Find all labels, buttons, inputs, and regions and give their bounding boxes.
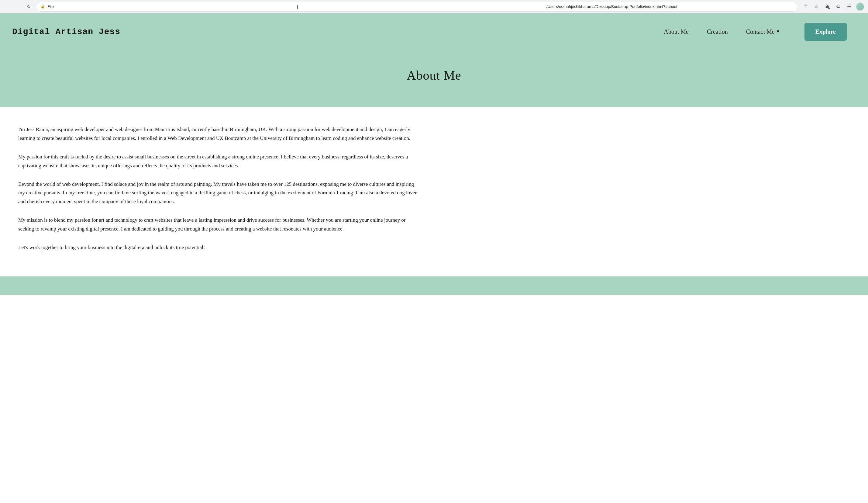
nav-item-creation[interactable]: Creation [698,28,737,35]
extensions-button[interactable]: 🔌 [823,2,831,11]
browser-chrome: ← → ↻ 🔒 File | /Users/oomahjeshikharama/… [0,0,868,13]
browser-nav-buttons: ← → ↻ [4,2,33,11]
share-button[interactable]: ⇧ [801,2,810,11]
address-url: /Users/oomahjeshikharama/Desktop/Bootstr… [546,4,794,9]
puzzle-button[interactable]: ☯ [834,2,843,11]
footer-section [0,276,868,295]
about-paragraph-5: Let's work together to bring your busine… [18,243,420,252]
contact-dropdown: Contact Me ▼ [746,28,780,35]
navbar-nav: About Me Creation Contact Me ▼ Explore [655,23,856,41]
nav-item-contact[interactable]: Contact Me ▼ [737,28,789,35]
nav-item-about[interactable]: About Me [655,28,698,35]
about-paragraph-2: My passion for this craft is fueled by t… [18,153,420,170]
nav-link-about[interactable]: About Me [664,28,689,35]
navbar: Digital Artisan Jess About Me Creation C… [0,13,868,50]
navbar-brand[interactable]: Digital Artisan Jess [12,27,120,37]
address-separator: | [297,4,544,9]
lock-icon: 🔒 [40,4,45,9]
address-bar[interactable]: 🔒 File | /Users/oomahjeshikharama/Deskto… [36,2,798,12]
address-file-label: File [48,4,294,9]
sidebar-button[interactable]: ☰ [845,2,854,11]
forward-button[interactable]: → [14,2,22,11]
about-paragraph-1: I'm Jess Rama, an aspiring web developer… [18,125,420,143]
main-content: I'm Jess Rama, an aspiring web developer… [0,107,438,276]
profile-avatar[interactable] [856,2,864,11]
hero-section: About Me [0,50,868,107]
nav-link-contact[interactable]: Contact Me ▼ [746,28,780,35]
about-paragraph-3: Beyond the world of web development, I f… [18,180,420,207]
browser-actions: ⇧ ☆ 🔌 ☯ ☰ [801,2,864,11]
dropdown-arrow-icon: ▼ [776,29,780,34]
nav-item-explore[interactable]: Explore [789,23,856,41]
explore-button[interactable]: Explore [805,23,847,41]
reload-button[interactable]: ↻ [24,2,33,11]
bookmark-button[interactable]: ☆ [812,2,820,11]
hero-title: About Me [12,68,856,83]
about-paragraph-4: My mission is to blend my passion for ar… [18,216,420,233]
nav-link-creation[interactable]: Creation [707,28,728,35]
back-button[interactable]: ← [4,2,12,11]
